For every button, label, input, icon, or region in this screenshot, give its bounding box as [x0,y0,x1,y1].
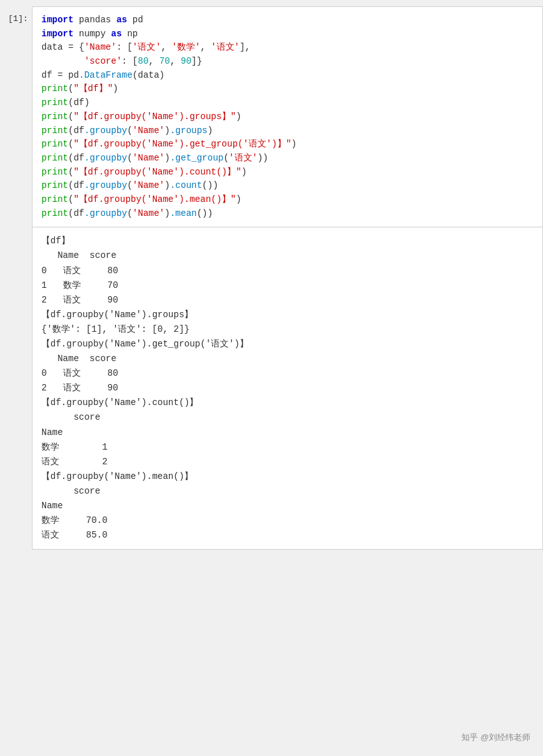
code-cell-container: [1]: import pandas as pd import numpy as… [0,6,543,227]
code-func: print [41,194,68,204]
keyword-import1: import [41,15,73,25]
code-func: print [41,111,68,122]
output-line-15: 数学 1 [41,440,533,455]
code-line-12: print("【df.groupby('Name').count()】") [41,166,533,180]
code-text: ()) [202,180,218,190]
code-text: (df [68,180,84,190]
code-line-14: print("【df.groupby('Name').mean()】") [41,193,533,207]
code-text: , [200,42,211,52]
output-line-3: 0 语文 80 [41,264,533,278]
output-line-19: Name [41,499,533,513]
output-line-8: 【df.groupby('Name').get_group('语文')】 [41,337,533,352]
code-text: ) [236,194,241,204]
keyword-import2: import [41,29,73,39]
code-text: ()) [197,208,213,218]
code-string: '语文' [229,153,257,163]
code-string: "【df】" [73,83,113,94]
code-line-4: 'score': [80, 70, 90]} [41,55,533,69]
code-text: ) [164,153,170,163]
code-line-11: print(df.groupby('Name').get_group('语文')… [41,152,533,166]
output-line-21: 语文 85.0 [41,528,533,543]
code-string: '语文' [133,42,161,52]
code-text: numpy [79,29,111,39]
code-line-5: df = pd.DataFrame(data) [41,69,533,83]
output-line-14: Name [41,425,533,440]
output-line-2: Name score [41,248,533,263]
code-text: np [127,29,138,39]
code-line-15: print(df.groupby('Name').mean()) [41,207,533,221]
code-text: (df [68,153,84,163]
code-number: 80 [138,56,148,66]
code-string: 'Name' [133,208,164,218]
code-number: 90 [181,56,192,66]
code-text: ) [113,83,118,94]
code-line-2: import numpy as np [41,27,533,41]
code-text: ( [127,180,132,190]
output-line-20: 数学 70.0 [41,513,533,528]
watermark: 知乎 @刘经纬老师 [461,732,530,743]
code-text: df = pd [41,70,79,80]
cell-number: [1]: [0,6,32,227]
output-block: 【df】 Name score 0 语文 80 1 数学 70 2 语文 90 … [32,227,543,550]
output-spacer [0,227,32,550]
code-string: 'score' [84,56,122,66]
code-method: .groupby [84,180,127,190]
code-number: 70 [159,56,170,66]
output-line-12: 【df.groupby('Name').count()】 [41,396,533,410]
code-string: "【df.groupby('Name').mean()】" [73,194,236,204]
code-text: ) [164,208,170,218]
code-string: '数学' [171,42,200,52]
code-text: ) [164,125,170,136]
code-method: .groupby [84,208,127,218]
code-text: )) [257,153,268,163]
code-text: pd [133,15,143,25]
code-line-8: print("【df.groupby('Name').groups】") [41,110,533,124]
code-func: print [41,139,68,149]
code-string: 'Name' [133,153,164,163]
code-text: (df [68,208,84,218]
code-text: (data) [133,70,164,80]
code-text: pandas [79,15,117,25]
code-string: 'Name' [133,125,164,136]
code-text: ) [236,111,241,122]
code-text: ( [127,208,132,218]
keyword-as2: as [111,29,122,39]
code-line-10: print("【df.groupby('Name').get_group('语文… [41,138,533,152]
code-line-9: print(df.groupby('Name').groups) [41,124,533,138]
code-method: .groupby [84,153,127,163]
code-text: ) [164,180,170,190]
code-text: ( [127,153,132,163]
code-string: '语文' [211,42,240,52]
code-line-7: print(df) [41,96,533,110]
output-wrapper: 【df】 Name score 0 语文 80 1 数学 70 2 语文 90 … [0,227,543,550]
code-method: .mean [170,208,197,218]
output-line-4: 1 数学 70 [41,278,533,293]
code-method: .groups [170,125,208,136]
code-text: data = { [41,42,84,52]
code-line-6: print("【df】") [41,82,533,96]
code-string: 'Name' [84,42,116,52]
code-func: print [41,125,68,136]
code-line-1: import pandas as pd [41,13,533,27]
code-text: ( [224,153,229,163]
output-line-11: 2 语文 90 [41,381,533,396]
code-text: ) [208,125,213,136]
code-string: 'Name' [133,180,164,190]
output-line-1: 【df】 [41,234,533,248]
code-text: (df [68,125,84,136]
output-line-7: {'数学': [1], '语文': [0, 2]} [41,322,533,337]
code-func: print [41,167,68,177]
page-container: [1]: import pandas as pd import numpy as… [0,0,543,556]
code-func: print [41,208,68,218]
code-func: print [41,97,68,108]
code-text: (df) [68,97,90,108]
code-method: .DataFrame [79,70,133,80]
code-text: , [170,56,181,66]
code-string: "【df.groupby('Name').groups】" [73,111,236,122]
keyword-as1: as [117,15,127,25]
code-string: "【df.groupby('Name').count()】" [73,167,241,177]
code-text [41,56,84,66]
code-text: ) [242,167,247,177]
output-line-18: score [41,484,533,499]
code-func: print [41,153,68,163]
